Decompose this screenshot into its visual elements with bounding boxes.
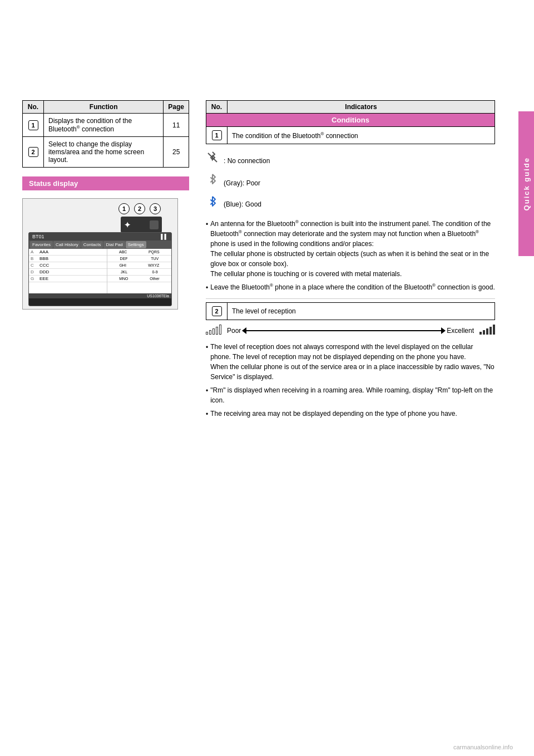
reception-row: 2 The level of reception xyxy=(206,303,495,320)
tab-contacts[interactable]: Contacts xyxy=(81,241,103,248)
tab-settings[interactable]: Settings xyxy=(126,241,146,248)
no-connection-row: : No connection xyxy=(206,151,495,171)
phone-ui-footer: US1036TEla xyxy=(29,293,171,298)
signal-icon xyxy=(134,219,146,230)
row1-no: 1 xyxy=(23,114,44,137)
list-item: B BBB xyxy=(29,256,107,262)
function-table: No. Function Page 1 Displays the conditi… xyxy=(22,100,189,168)
keypad-row: JKL 0-9 xyxy=(107,269,171,276)
bullet-text-1: An antenna for the Bluetooth® connection… xyxy=(210,219,495,279)
bullet-section-1: • An antenna for the Bluetooth® connecti… xyxy=(206,219,495,293)
bullet-item-4: • "Rm" is displayed when receiving in a … xyxy=(206,385,495,405)
bullet-text-3: The level of reception does not always c… xyxy=(210,342,495,382)
phone-ui-title: BT01 xyxy=(32,234,44,239)
divider xyxy=(206,298,495,299)
row2-function: Select to change the display items/area … xyxy=(44,137,164,168)
num-badge-2: 2 xyxy=(212,306,222,316)
bullet-text-5: The receiving area may not be displayed … xyxy=(210,409,495,419)
bt-blue-icon xyxy=(206,195,219,213)
keypad-row: DEF TUV xyxy=(107,256,171,262)
bullet-dot: • xyxy=(206,409,208,419)
list-item: C CCC xyxy=(29,262,107,269)
row1-function: Displays the condition of the Bluetooth®… xyxy=(44,114,164,137)
keypad-row: GHI WXYZ xyxy=(107,262,171,269)
reception-icons-row: Poor Excellent xyxy=(206,325,495,336)
bullet-dot: • xyxy=(206,219,208,279)
bullet-item-1: • An antenna for the Bluetooth® connecti… xyxy=(206,219,495,279)
blue-label: (Blue): Good xyxy=(224,198,261,211)
table-row: 2 Select to change the display items/are… xyxy=(23,137,189,168)
conditions-label: Conditions xyxy=(206,114,495,127)
row2-page: 25 xyxy=(164,137,189,168)
col-function-header: Function xyxy=(44,101,164,114)
poor-signal-icon xyxy=(206,325,221,336)
bullet-text-4: "Rm" is displayed when receiving in a ro… xyxy=(210,385,495,405)
tab-callhistory[interactable]: Call History xyxy=(53,241,81,248)
bullet-dot: • xyxy=(206,283,208,293)
ind-col-indicators-header: Indicators xyxy=(228,101,495,114)
svg-line-0 xyxy=(208,153,217,162)
right-panel: No. Indicators Conditions 1 The conditio… xyxy=(206,100,495,425)
reception-no: 2 xyxy=(206,303,228,320)
image-id: US1036TEla xyxy=(147,294,169,298)
phone-ui-header: BT01 ▌▌ xyxy=(29,233,171,240)
screen-mockup: 1 2 3 ✦ xyxy=(22,198,178,310)
ind-col-no-header: No. xyxy=(206,101,228,114)
list-item: D DDD xyxy=(29,269,107,276)
reception-text: The level of reception xyxy=(228,303,495,320)
excellent-label: Excellent xyxy=(447,327,474,335)
list-item: A AAA xyxy=(29,249,107,256)
list-item: G EEE xyxy=(29,276,107,282)
poor-label: Poor xyxy=(227,327,241,335)
arrow-line xyxy=(245,330,442,331)
col-page-header: Page xyxy=(164,101,189,114)
left-panel: No. Function Page 1 Displays the conditi… xyxy=(22,100,189,310)
watermark: carmanualsonline.info xyxy=(453,744,513,750)
row1-page: 11 xyxy=(164,114,189,137)
conditions-row: Conditions xyxy=(206,114,495,127)
keypad-row: MNO Other xyxy=(107,276,171,282)
ind-row1-text: The condition of the Bluetooth® connecti… xyxy=(228,127,495,144)
phone-ui-signal: ▌▌ xyxy=(161,234,168,239)
no-connection-label: : No connection xyxy=(224,154,270,168)
row2-no: 2 xyxy=(23,137,44,168)
tab-dialpad[interactable]: Dial Pad xyxy=(103,241,125,248)
bluetooth-icon: ✦ xyxy=(124,220,131,229)
bullet-item-3: • The level of reception does not always… xyxy=(206,342,495,382)
bt-no-conn-icon xyxy=(206,151,219,171)
status-display-label: Status display xyxy=(29,179,78,188)
keypad-row: ABC PQRS xyxy=(107,249,171,256)
num-badge-2: 2 xyxy=(28,147,38,157)
arrow-right xyxy=(441,327,446,334)
main-content: No. Function Page 1 Displays the conditi… xyxy=(0,0,517,756)
phone-ui-tabs: Favorites Call History Contacts Dial Pad… xyxy=(29,240,171,249)
status-display-banner: Status display xyxy=(22,176,189,190)
screen-num-3: 3 xyxy=(150,203,161,214)
col-no-header: No. xyxy=(23,101,44,114)
reception-table: 2 The level of reception xyxy=(206,302,495,320)
icon-descriptions: : No connection (Gray): Poor xyxy=(206,151,495,213)
sidebar-tab-label: Quick guide xyxy=(522,157,531,210)
ind-row1-no: 1 xyxy=(206,127,228,144)
screen-icon-row: ✦ xyxy=(121,217,162,233)
screen-num-1: 1 xyxy=(118,203,130,214)
excellent-signal-icon xyxy=(479,325,495,336)
tab-favorites[interactable]: Favorites xyxy=(30,241,53,248)
bt-gray-icon xyxy=(206,173,219,193)
table-row: 1 Displays the condition of the Bluetoot… xyxy=(23,114,189,137)
bullet-item-2: • Leave the Bluetooth® phone in a place … xyxy=(206,282,495,293)
phone-ui-list: A AAA B BBB C CCC xyxy=(29,249,107,293)
screen-num-2: 2 xyxy=(134,203,145,214)
num-badge-ind-1: 1 xyxy=(212,130,222,140)
table-row: 1 The condition of the Bluetooth® connec… xyxy=(206,127,495,144)
bullet-text-2: Leave the Bluetooth® phone in a place wh… xyxy=(210,282,495,293)
indicators-table: No. Indicators Conditions 1 The conditio… xyxy=(206,100,495,144)
bullet-dot: • xyxy=(206,386,208,405)
arrow-left xyxy=(242,327,246,334)
blue-icon-row: (Blue): Good xyxy=(206,195,495,213)
phone-icon xyxy=(150,220,159,229)
arrow-container: Poor Excellent xyxy=(227,327,474,335)
gray-icon-row: (Gray): Poor xyxy=(206,173,495,193)
num-badge-1: 1 xyxy=(28,120,38,130)
bullet-item-5: • The receiving area may not be displaye… xyxy=(206,409,495,419)
